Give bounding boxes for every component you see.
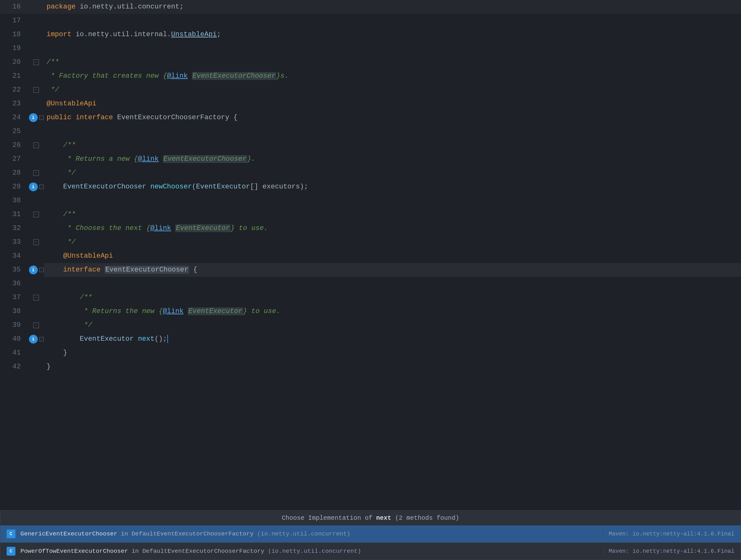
line-content-32: * Chooses the next {@link EventExecutor}… (44, 222, 741, 235)
line-number-37: 37 (0, 291, 28, 305)
line-number-28: 28 (0, 166, 28, 180)
code-line-37: 37 − /** (0, 291, 741, 305)
fold-icon-26[interactable]: − (33, 142, 39, 148)
fold-icon-24[interactable]: ↓ (39, 116, 44, 120)
line-number-19: 19 (0, 42, 28, 55)
line-content-22: */ (44, 83, 741, 97)
line-content-20: /** (44, 55, 741, 69)
code-line-34: 34 @UnstableApi (0, 249, 741, 263)
line-gutter-38 (28, 305, 44, 318)
popup-header: Choose Implementation of next (2 methods… (0, 510, 741, 525)
code-line-39: 39 − */ (0, 318, 741, 332)
line-number-33: 33 (0, 235, 28, 249)
code-line-38: 38 * Returns the new {@link EventExecuto… (0, 305, 741, 318)
code-area: 16 package io.netty.util.concurrent; 17 … (0, 0, 741, 560)
fold-icon-22[interactable]: − (33, 87, 39, 93)
line-content-30 (44, 194, 741, 208)
code-line-22: 22 − */ (0, 83, 741, 97)
line-gutter-37[interactable]: − (28, 291, 44, 305)
line-number-30: 30 (0, 194, 28, 208)
line-number-34: 34 (0, 249, 28, 263)
fold-icon-39[interactable]: − (33, 322, 39, 328)
code-line-29: 29 i ↓ EventExecutorChooser newChooser(E… (0, 180, 741, 194)
line-gutter-22[interactable]: − (28, 83, 44, 97)
line-gutter-39[interactable]: − (28, 318, 44, 332)
item-location-1: in DefaultEventExecutorChooserFactory (121, 531, 257, 537)
line-content-37: /** (44, 291, 741, 305)
item-icon-1: C (7, 530, 15, 538)
fold-icon-20[interactable]: − (33, 59, 39, 65)
line-content-33: */ (44, 235, 741, 249)
line-gutter-28[interactable]: − (28, 166, 44, 180)
code-line-42: 42 } (0, 360, 741, 374)
item-text-2: PowerOfTowEventExecutorChooser in Defaul… (20, 548, 598, 555)
code-line-33: 33 − */ (0, 235, 741, 249)
line-number-25: 25 (0, 125, 28, 138)
fold-icon-35[interactable]: ↓ (39, 268, 44, 272)
fold-icon-37[interactable]: − (33, 295, 39, 301)
code-line-17: 17 (0, 14, 741, 28)
line-gutter-29: i ↓ (28, 180, 44, 194)
code-line-27: 27 * Returns a new {@link EventExecutorC… (0, 152, 741, 166)
code-line-31: 31 − /** (0, 208, 741, 222)
line-gutter-32 (28, 222, 44, 235)
code-line-23: 23 @UnstableApi (0, 97, 741, 111)
line-content-24: public interface EventExecutorChooserFac… (44, 111, 741, 125)
line-content-42: } (44, 360, 741, 374)
line-content-16: package io.netty.util.concurrent; (44, 0, 741, 14)
line-gutter-20[interactable]: − (28, 55, 44, 69)
line-gutter-30 (28, 194, 44, 208)
fold-icon-29[interactable]: ↓ (39, 185, 44, 189)
code-line-20: 20 − /** (0, 55, 741, 69)
fold-icon-28[interactable]: − (33, 170, 39, 176)
badge-40[interactable]: i (29, 335, 38, 344)
line-content-23: @UnstableApi (44, 97, 741, 111)
item-location-2: in DefaultEventExecutorChooserFactory (131, 548, 268, 555)
line-gutter-31[interactable]: − (28, 208, 44, 222)
line-number-40: 40 (0, 332, 28, 346)
line-gutter-16 (28, 0, 44, 14)
popup-item-1[interactable]: C GenericEventExecutorChooser in Default… (0, 525, 741, 543)
line-content-27: * Returns a new {@link EventExecutorChoo… (44, 152, 741, 166)
code-line-32: 32 * Chooses the next {@link EventExecut… (0, 222, 741, 235)
code-line-19: 19 (0, 42, 741, 55)
code-line-26: 26 − /** (0, 138, 741, 152)
line-number-41: 41 (0, 346, 28, 360)
line-content-26: /** (44, 138, 741, 152)
line-number-32: 32 (0, 222, 28, 235)
fold-icon-31[interactable]: − (33, 212, 39, 217)
line-gutter-18 (28, 28, 44, 42)
code-line-30: 30 (0, 194, 741, 208)
line-gutter-40: i ↓ (28, 332, 44, 346)
line-number-18: 18 (0, 28, 28, 42)
badge-35[interactable]: i (29, 265, 38, 274)
line-gutter-26[interactable]: − (28, 138, 44, 152)
line-gutter-25 (28, 125, 44, 138)
line-content-34: @UnstableApi (44, 249, 741, 263)
line-gutter-33[interactable]: − (28, 235, 44, 249)
line-number-23: 23 (0, 97, 28, 111)
item-maven-1: Maven: io.netty:netty-all:4.1.6.Final (609, 531, 734, 537)
line-content-35: interface EventExecutorChooser { (44, 263, 741, 277)
popup-divider-1 (603, 528, 604, 539)
fold-icon-33[interactable]: − (33, 239, 39, 245)
line-gutter-42 (28, 360, 44, 374)
popup-item-2[interactable]: C PowerOfTowEventExecutorChooser in Defa… (0, 543, 741, 560)
line-content-17 (44, 14, 741, 28)
code-line-28: 28 − */ (0, 166, 741, 180)
line-content-19 (44, 42, 741, 55)
line-content-31: /** (44, 208, 741, 222)
line-content-40: EventExecutor next(); (44, 332, 741, 346)
badge-24[interactable]: i (29, 113, 38, 122)
fold-icon-40[interactable]: ↓ (39, 337, 44, 341)
line-gutter-34 (28, 249, 44, 263)
code-line-40: 40 i ↓ EventExecutor next(); (0, 332, 741, 346)
line-number-21: 21 (0, 69, 28, 83)
popup-divider-2 (603, 546, 604, 557)
badge-29[interactable]: i (29, 182, 38, 191)
code-line-35: 35 i ↓ interface EventExecutorChooser { (0, 263, 741, 277)
line-number-35: 35 (0, 263, 28, 277)
line-number-27: 27 (0, 152, 28, 166)
line-number-16: 16 (0, 0, 28, 14)
line-number-39: 39 (0, 318, 28, 332)
